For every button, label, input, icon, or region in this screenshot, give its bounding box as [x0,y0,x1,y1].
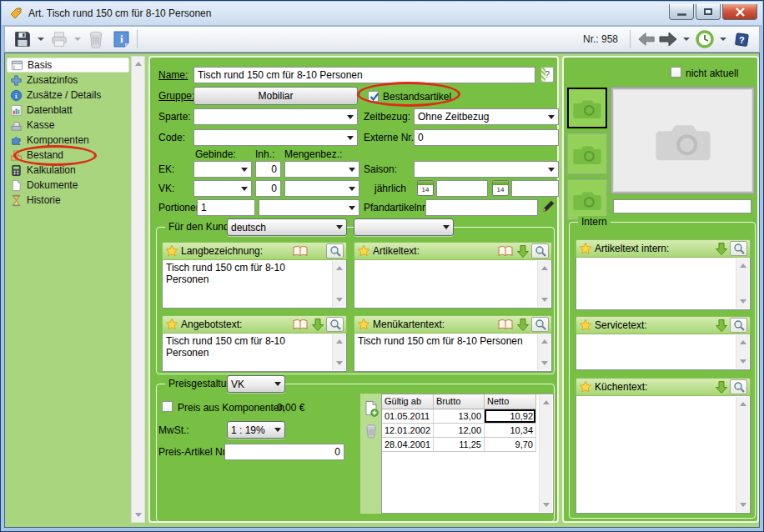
zeitbezug-dropdown[interactable]: Ohne Zeitbezug [414,108,559,125]
help-button[interactable]: ? [731,28,752,50]
preismodus-dropdown[interactable]: VK [227,375,285,393]
delete-button[interactable] [85,28,107,50]
zoom-text-button[interactable] [326,243,344,258]
sidebar-item-kasse[interactable]: Kasse [7,118,129,133]
close-button[interactable] [722,4,757,20]
book-icon[interactable] [496,244,515,258]
insert-down-arrow-icon[interactable] [715,319,728,333]
book-icon[interactable] [496,318,515,332]
table-scrollbar[interactable] [539,395,552,512]
save-dropdown-caret[interactable] [38,38,44,41]
print-dropdown-caret[interactable] [74,38,81,41]
kuechentext-textarea[interactable] [576,396,751,514]
portionen-input[interactable] [197,199,255,216]
bestandsartikel-checkbox[interactable] [368,91,379,102]
mwst-dropdown[interactable]: 1 : 19% [227,421,285,439]
zoom-text-button[interactable] [730,379,747,394]
sidebar-item-zusatzinfos[interactable]: Zusatzinfos [7,73,129,88]
sidebar-item-bestand[interactable]: Bestand [7,148,129,163]
photo-preview[interactable] [611,87,755,194]
servicetext-textarea[interactable] [576,334,751,370]
sidebar-item-datenblatt[interactable]: Datenblatt [7,103,129,118]
book-icon[interactable] [291,244,309,258]
ek-mengenbez-dropdown[interactable] [284,161,359,178]
history-clock-button[interactable] [694,28,716,50]
externe-nr-input[interactable] [414,129,559,146]
name-help-button[interactable]: ? [540,67,554,83]
save-button[interactable] [12,28,33,50]
angebotstext-textarea[interactable]: Tisch rund 150 cm für 8-10 Personen [162,334,347,372]
pfandartikelnr-input[interactable] [425,199,538,216]
sidebar-item-basis[interactable]: Basis [7,58,129,73]
forward-button[interactable] [657,28,679,50]
minimize-button[interactable] [669,4,694,20]
saison-dropdown[interactable] [414,161,559,178]
table-row[interactable]: 12.01.2002 12,00 10,34 [382,424,553,438]
photo-caption-input[interactable] [613,199,751,213]
artikeltext-textarea[interactable] [354,260,552,309]
sparte-dropdown[interactable] [194,108,358,125]
insert-down-arrow-icon[interactable] [311,318,324,332]
portionen-einheit-dropdown[interactable] [259,199,359,216]
forward-dropdown-caret[interactable] [683,38,690,41]
calendar-to-button[interactable]: 14 [492,180,509,196]
language2-dropdown[interactable] [354,218,454,236]
print-button[interactable] [48,28,70,50]
insert-down-arrow-icon[interactable] [516,318,530,332]
add-row-icon[interactable] [364,400,379,417]
jaehrlich-to-input[interactable] [511,180,559,197]
info-button[interactable]: i [110,28,132,50]
selected-cell[interactable]: 10,92 [485,409,536,424]
textarea-scrollbar[interactable] [736,335,749,369]
vk-gebinde-dropdown[interactable] [194,180,252,197]
sidebar-scrollbar[interactable] [131,56,145,523]
sidebar-item-zusaetze-details[interactable]: i Zusätze / Details [7,88,129,103]
zoom-text-button[interactable] [531,243,549,258]
calendar-from-button[interactable]: 14 [417,180,434,196]
language-dropdown[interactable]: deutsch [227,218,347,236]
gruppe-button[interactable]: Mobiliar [194,87,358,105]
preis-aus-komponenten-checkbox[interactable] [162,401,173,412]
back-button[interactable] [636,28,657,50]
restore-button[interactable] [696,4,721,20]
column-header-gueltig-ab[interactable]: Gültig ab [382,394,434,409]
artikeltext-intern-textarea[interactable] [576,258,751,310]
menuekartentext-textarea[interactable]: Tisch rund 150 cm für 8-10 Personen [354,334,552,372]
photo-thumbnail-3[interactable] [567,179,607,220]
langbezeichnung-textarea[interactable]: Tisch rund 150 cm für 8-10 Personen [162,260,347,309]
preis-artikel-nr-input[interactable] [224,444,344,460]
sidebar-item-komponenten[interactable]: Komponenten [7,133,129,148]
table-row[interactable]: 28.04.2001 11,25 9,70 [382,438,553,452]
ek-inh-input[interactable] [255,161,281,178]
table-row[interactable]: 01.05.2011 13,00 10,92 [382,409,553,424]
book-icon[interactable] [291,318,309,332]
textarea-scrollbar[interactable] [332,334,345,370]
photo-thumbnail-2[interactable] [567,133,607,174]
column-header-netto[interactable]: Netto [485,394,536,409]
code-dropdown[interactable] [194,129,358,146]
pencil-icon[interactable] [541,199,555,213]
zoom-text-button[interactable] [730,318,747,333]
sidebar-item-dokumente[interactable]: Dokumente [7,178,129,193]
nicht-aktuell-checkbox[interactable] [671,67,681,78]
sidebar-item-kalkulation[interactable]: Kalkulation [7,163,129,178]
vk-inh-input[interactable] [255,180,281,197]
textarea-scrollbar[interactable] [537,261,550,307]
zoom-text-button[interactable] [531,317,549,332]
column-header-brutto[interactable]: Brutto [434,394,485,409]
insert-down-arrow-icon[interactable] [715,380,728,394]
textarea-scrollbar[interactable] [736,397,749,512]
sidebar-item-historie[interactable]: Historie [7,193,129,208]
textarea-scrollbar[interactable] [332,261,345,307]
clock-dropdown-caret[interactable] [720,38,726,41]
photo-thumbnail-1[interactable] [567,88,607,128]
textarea-scrollbar[interactable] [736,258,749,309]
delete-row-icon[interactable] [364,424,378,439]
insert-down-arrow-icon[interactable] [715,242,728,256]
zoom-text-button[interactable] [730,241,747,256]
textarea-scrollbar[interactable] [537,334,550,370]
name-input[interactable] [194,67,535,83]
jaehrlich-from-input[interactable] [436,180,488,197]
zoom-text-button[interactable] [326,317,344,332]
ek-gebinde-dropdown[interactable] [194,161,252,178]
